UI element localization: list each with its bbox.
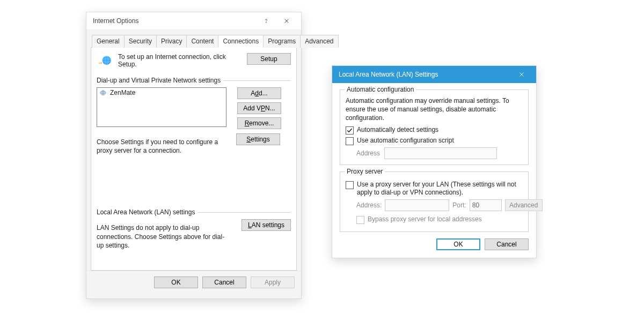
auto-note: Automatic configuration may override man… bbox=[346, 96, 523, 123]
apply-button[interactable]: Apply bbox=[251, 276, 295, 288]
ok-button[interactable]: OK bbox=[154, 276, 198, 288]
internet-options-bottombar: OK Cancel Apply bbox=[86, 271, 301, 294]
internet-options-window: Internet Options GeneralSecurityPrivacyC… bbox=[86, 12, 302, 299]
connection-icon bbox=[99, 89, 107, 96]
tab-security[interactable]: Security bbox=[124, 35, 157, 48]
advanced-button[interactable]: Advanced bbox=[505, 199, 543, 211]
help-icon bbox=[263, 18, 269, 24]
lan-settings-window: Local Area Network (LAN) Settings Automa… bbox=[332, 65, 537, 258]
script-address-input[interactable] bbox=[384, 147, 497, 159]
setup-hint: To set up an Internet connection, click … bbox=[118, 53, 241, 68]
check-icon bbox=[347, 128, 353, 133]
close-button[interactable] bbox=[276, 12, 297, 29]
globe-icon bbox=[97, 53, 113, 69]
tab-general[interactable]: General bbox=[92, 35, 125, 48]
lan-cancel-button[interactable]: Cancel bbox=[485, 238, 529, 250]
tab-connections[interactable]: Connections bbox=[218, 35, 264, 48]
close-icon bbox=[518, 71, 525, 78]
connection-label: ZenMate bbox=[110, 89, 135, 96]
settings-button[interactable]: Settings bbox=[236, 133, 280, 145]
internet-options-title: Internet Options bbox=[93, 17, 256, 25]
bypass-local-checkbox[interactable]: Bypass proxy server for local addresses bbox=[346, 215, 523, 224]
auto-script-label: Use automatic configuration script bbox=[357, 137, 454, 145]
lan-note: LAN Settings do not apply to dial-up con… bbox=[97, 223, 231, 250]
lan-settings-button[interactable]: LAN settings bbox=[241, 219, 291, 231]
proxy-port-label: Port: bbox=[452, 201, 466, 209]
lan-title: Local Area Network (LAN) Settings bbox=[339, 71, 511, 78]
lan-group: Local Area Network (LAN) settings LAN Se… bbox=[97, 208, 291, 250]
proxy-address-label: Address: bbox=[356, 201, 382, 209]
internet-options-titlebar: Internet Options bbox=[86, 12, 301, 30]
auto-detect-label: Automatically detect settings bbox=[357, 126, 438, 134]
remove-button[interactable]: Remove... bbox=[237, 117, 281, 129]
lan-titlebar: Local Area Network (LAN) Settings bbox=[332, 66, 536, 83]
auto-script-checkbox[interactable]: Use automatic configuration script bbox=[346, 137, 523, 145]
tab-advanced[interactable]: Advanced bbox=[300, 35, 338, 48]
lan-ok-button[interactable]: OK bbox=[436, 238, 480, 250]
tab-privacy[interactable]: Privacy bbox=[156, 35, 187, 48]
auto-group-label: Automatic configuration bbox=[345, 86, 416, 93]
lan-bottombar: OK Cancel bbox=[340, 238, 529, 250]
dialup-group-label: Dial-up and Virtual Private Network sett… bbox=[97, 77, 221, 84]
connections-listbox[interactable]: ZenMate bbox=[97, 87, 226, 127]
internet-options-tabs: GeneralSecurityPrivacyContentConnections… bbox=[91, 34, 297, 48]
auto-detect-checkbox[interactable]: Automatically detect settings bbox=[346, 126, 523, 134]
proxy-server-group: Proxy server Use a proxy server for your… bbox=[340, 171, 529, 232]
use-proxy-checkbox[interactable]: Use a proxy server for your LAN (These s… bbox=[346, 181, 523, 197]
close-icon bbox=[283, 18, 290, 24]
lan-close-button[interactable] bbox=[511, 66, 532, 83]
cancel-button[interactable]: Cancel bbox=[202, 276, 246, 288]
dialup-group: Dial-up and Virtual Private Network sett… bbox=[97, 77, 291, 155]
proxy-address-input[interactable] bbox=[385, 199, 449, 211]
tab-content[interactable]: Content bbox=[186, 35, 218, 48]
lan-group-label: Local Area Network (LAN) settings bbox=[97, 208, 195, 216]
proxy-port-input[interactable] bbox=[470, 199, 502, 211]
help-button[interactable] bbox=[256, 12, 276, 29]
proxy-group-label: Proxy server bbox=[345, 168, 385, 175]
tab-programs[interactable]: Programs bbox=[263, 35, 301, 48]
connections-tab-page: To set up an Internet connection, click … bbox=[91, 48, 297, 271]
connection-item[interactable]: ZenMate bbox=[97, 88, 226, 98]
add-vpn-button[interactable]: Add VPN... bbox=[237, 102, 281, 114]
use-proxy-label: Use a proxy server for your LAN (These s… bbox=[357, 181, 523, 197]
automatic-configuration-group: Automatic configuration Automatic config… bbox=[340, 89, 529, 165]
add-button[interactable]: Add... bbox=[237, 87, 281, 99]
bypass-local-label: Bypass proxy server for local addresses bbox=[368, 215, 482, 224]
setup-button[interactable]: Setup bbox=[247, 53, 291, 65]
setup-row: To set up an Internet connection, click … bbox=[97, 53, 291, 69]
script-address-label: Address bbox=[356, 149, 380, 157]
svg-point-0 bbox=[266, 23, 267, 23]
choose-settings-note: Choose Settings if you need to configure… bbox=[97, 138, 225, 155]
